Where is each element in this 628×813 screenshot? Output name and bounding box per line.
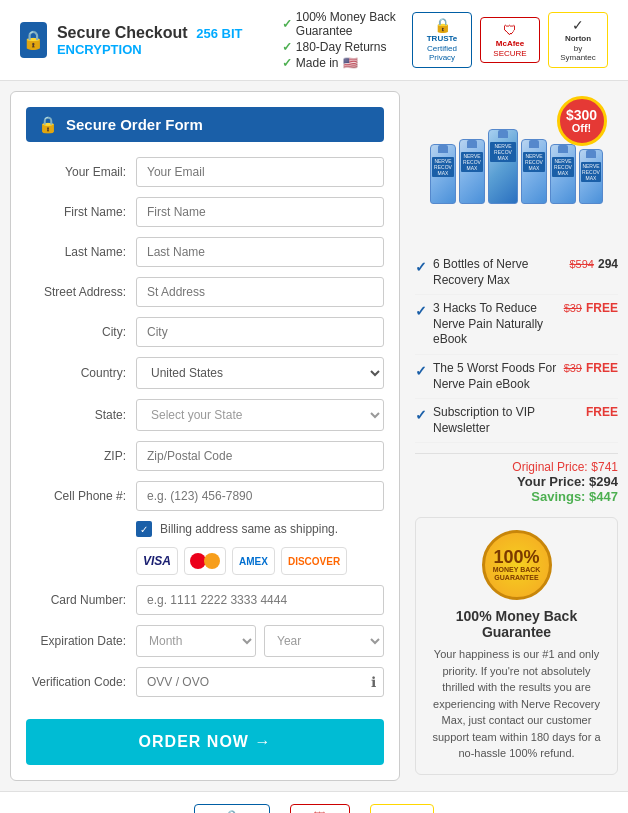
footer: 🔒 TRUSteCertified Privacy 🛡 McAfeeSECURE… <box>0 791 628 813</box>
discount-badge: $300 Off! <box>557 96 607 146</box>
header-trust-badges: 🔒 TRUSTeCertified Privacy 🛡 McAfeeSECURE… <box>412 12 608 68</box>
verify-input[interactable] <box>136 667 384 697</box>
bottle-label-1: NERVERECOVMAX <box>432 157 454 177</box>
month-select[interactable]: Month 01020304 05060708 09101112 <box>136 625 256 657</box>
item-price-0: $594 294 <box>569 257 618 271</box>
footer-mcafee-icon: 🛡 <box>313 809 327 813</box>
form-title: Secure Order Form <box>66 116 203 133</box>
lastname-input[interactable] <box>136 237 384 267</box>
header-title-block: Secure Checkout 256 BIT ENCRYPTION <box>57 24 262 57</box>
zip-label: ZIP: <box>26 449 136 463</box>
header-checks: ✓ 100% Money Back Guarantee ✓ 180-Day Re… <box>282 10 412 70</box>
card-icons: VISA AMEX DISCOVER <box>26 547 384 575</box>
footer-truste-icon: 🔒 <box>223 809 240 813</box>
item-price-3: FREE <box>586 405 618 419</box>
right-panel: NERVERECOVMAX NERVERECOVMAX NERVERECOVMA… <box>400 91 618 781</box>
us-flag-icon: 🇺🇸 <box>343 56 358 70</box>
visa-icon: VISA <box>136 547 178 575</box>
lastname-label: Last Name: <box>26 245 136 259</box>
secure-text: Secure Checkout <box>57 24 188 41</box>
norton-icon: ✓ <box>572 17 584 33</box>
secure-checkout-label: Secure Checkout 256 BIT ENCRYPTION <box>57 24 262 57</box>
guarantee-description: Your happiness is our #1 and only priori… <box>428 646 605 762</box>
guarantee-box: 100% MONEY BACKGUARANTEE 100% Money Back… <box>415 517 618 775</box>
phone-label: Cell Phone #: <box>26 489 136 503</box>
cardnum-row: Card Number: <box>26 585 384 615</box>
address-row: Street Address: <box>26 277 384 307</box>
address-label: Street Address: <box>26 285 136 299</box>
billing-label: Billing address same as shipping. <box>160 522 338 536</box>
bottle-3: NERVERECOVMAX <box>488 129 518 204</box>
original-price-label: Original Price: <box>512 460 587 474</box>
zip-input[interactable] <box>136 441 384 471</box>
cardnum-input[interactable] <box>136 585 384 615</box>
email-row: Your Email: <box>26 157 384 187</box>
savings-value: $447 <box>589 489 618 504</box>
state-select[interactable]: Select your State Alabama Alaska Califor… <box>136 399 384 431</box>
lastname-row: Last Name: <box>26 237 384 267</box>
item-price-2: $39 FREE <box>564 361 618 375</box>
footer-norton-badge: ✓ Nortonby Symantec <box>370 804 434 813</box>
item-price-1: $39 FREE <box>564 301 618 315</box>
items-list: ✓ 6 Bottles of Nerve Recovery Max $594 2… <box>415 251 618 443</box>
price-summary: Original Price: $741 Your Price: $294 Sa… <box>415 453 618 509</box>
page-header: 🔒 Secure Checkout 256 BIT ENCRYPTION ✓ 1… <box>0 0 628 81</box>
form-lock-icon: 🔒 <box>38 115 58 134</box>
item-name-1: 3 Hacks To Reduce Nerve Pain Naturally e… <box>433 301 558 348</box>
firstname-row: First Name: <box>26 197 384 227</box>
email-label: Your Email: <box>26 165 136 179</box>
firstname-label: First Name: <box>26 205 136 219</box>
bottle-4: NERVERECOVMAX <box>521 139 547 204</box>
check-money: ✓ 100% Money Back Guarantee <box>282 10 412 38</box>
state-label: State: <box>26 408 136 422</box>
truste-badge: 🔒 TRUSTeCertified Privacy <box>412 12 472 68</box>
country-select[interactable]: United States Canada United Kingdom <box>136 357 384 389</box>
bottle-1: NERVERECOVMAX <box>430 144 456 204</box>
form-header: 🔒 Secure Order Form <box>26 107 384 142</box>
item-row-1: ✓ 3 Hacks To Reduce Nerve Pain Naturally… <box>415 295 618 355</box>
original-price-value: $741 <box>591 460 618 474</box>
verify-input-wrapper: ℹ <box>136 667 384 697</box>
verify-label: Verification Code: <box>26 675 136 689</box>
bottle-label-5: NERVERECOVMAX <box>552 157 574 177</box>
your-price-label: Your Price: <box>517 474 585 489</box>
item-check-1: ✓ <box>415 303 427 319</box>
item-row-3: ✓ Subscription to VIP Newsletter FREE <box>415 399 618 443</box>
email-input[interactable] <box>136 157 384 187</box>
savings-row: Savings: $447 <box>415 489 618 504</box>
item-check-0: ✓ <box>415 259 427 275</box>
country-label: Country: <box>26 366 136 380</box>
mastercard-icon <box>184 547 226 575</box>
item-check-3: ✓ <box>415 407 427 423</box>
norton-badge: ✓ Nortonby Symantec <box>548 12 608 68</box>
bottle-label-2: NERVERECOVMAX <box>461 152 483 172</box>
city-input[interactable] <box>136 317 384 347</box>
guarantee-badge: 100% MONEY BACKGUARANTEE <box>482 530 552 600</box>
phone-input[interactable] <box>136 481 384 511</box>
item-row-0: ✓ 6 Bottles of Nerve Recovery Max $594 2… <box>415 251 618 295</box>
cardnum-label: Card Number: <box>26 593 136 607</box>
lock-icon: 🔒 <box>20 22 47 58</box>
info-icon[interactable]: ℹ <box>371 674 376 690</box>
zip-row: ZIP: <box>26 441 384 471</box>
discover-icon: DISCOVER <box>281 547 347 575</box>
address-input[interactable] <box>136 277 384 307</box>
year-select[interactable]: Year 2024202520262027 <box>264 625 384 657</box>
check-returns: ✓ 180-Day Returns <box>282 40 412 54</box>
footer-norton-icon: ✓ <box>396 809 408 813</box>
product-image-section: NERVERECOVMAX NERVERECOVMAX NERVERECOVMA… <box>415 91 618 241</box>
verify-row: Verification Code: ℹ <box>26 667 384 697</box>
order-now-button[interactable]: ORDER NOW → <box>26 719 384 765</box>
your-price-value: $294 <box>589 474 618 489</box>
exp-selects: Month 01020304 05060708 09101112 Year 20… <box>136 625 384 657</box>
order-form-panel: 🔒 Secure Order Form Your Email: First Na… <box>10 91 400 781</box>
bottle-6: NERVERECOVMAX <box>579 149 603 204</box>
billing-row: ✓ Billing address same as shipping. <box>26 521 384 537</box>
product-image: NERVERECOVMAX NERVERECOVMAX NERVERECOVMA… <box>417 91 617 241</box>
mcafee-icon: 🛡 <box>503 22 517 38</box>
footer-truste-badge: 🔒 TRUSteCertified Privacy <box>194 804 270 813</box>
billing-checkbox[interactable]: ✓ <box>136 521 152 537</box>
footer-mcafee-badge: 🛡 McAfeeSECURE <box>290 804 350 813</box>
firstname-input[interactable] <box>136 197 384 227</box>
check-made-in: ✓ Made in 🇺🇸 <box>282 56 412 70</box>
